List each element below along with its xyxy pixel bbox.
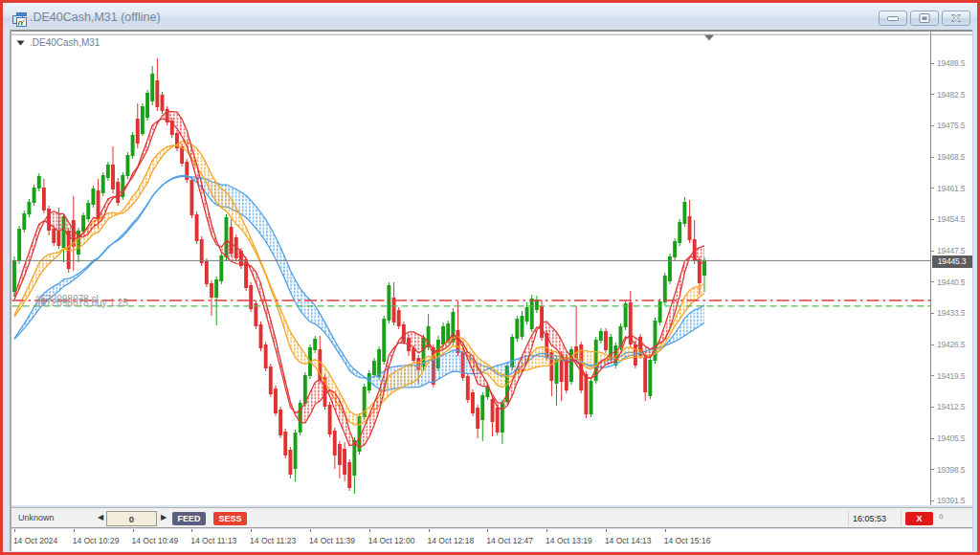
- svg-text:#672098078 buy 1.25: #672098078 buy 1.25: [35, 298, 128, 308]
